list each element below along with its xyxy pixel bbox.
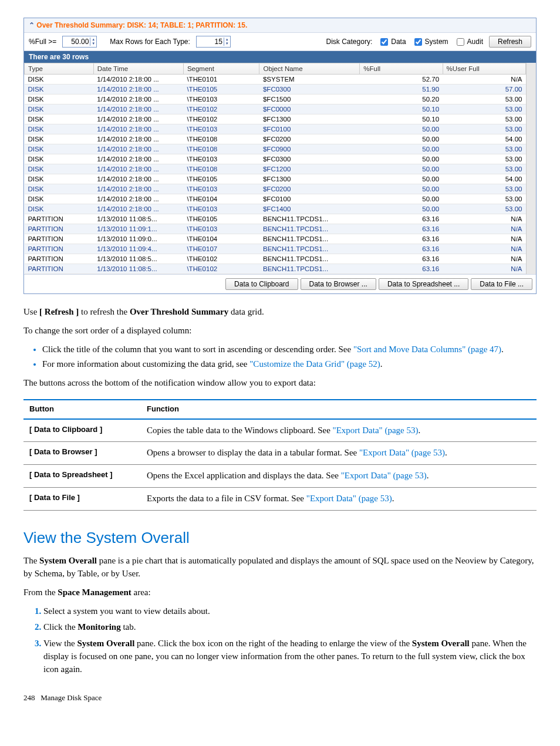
col-datetime[interactable]: Date Time: [93, 63, 183, 75]
table-row[interactable]: DISK1/14/2010 2:18:00 ...\THE0103$FC0100…: [25, 124, 526, 134]
checkbox-data[interactable]: Data: [378, 36, 406, 48]
page-footer: 248 Manage Disk Space: [23, 693, 537, 703]
step-item: Click the Monitoring tab.: [43, 621, 537, 634]
row-count: There are 30 rows: [24, 51, 536, 63]
table-row[interactable]: DISK1/14/2010 2:18:00 ...\THE0103$FC0300…: [25, 154, 526, 164]
maxrows-spinner[interactable]: ▲▼: [196, 36, 231, 48]
col-userfull[interactable]: %User Full: [443, 63, 525, 75]
col-segment[interactable]: Segment: [183, 63, 259, 75]
col-type[interactable]: Type: [25, 63, 94, 75]
up-icon[interactable]: ▲: [224, 38, 230, 42]
table-row[interactable]: DISK1/14/2010 2:18:00 ...\THE0102$FC0000…: [25, 104, 526, 114]
link-export[interactable]: "Export Data" (page 53): [333, 426, 419, 435]
table-row[interactable]: PARTITION1/13/2010 11:09:0...\THE0104BEN…: [25, 234, 526, 244]
body-text: Use [ Refresh ] to refresh the Over Thre…: [23, 306, 537, 676]
maxrows-input[interactable]: [197, 37, 224, 46]
threshold-panel: ⌃ Over Threshold Summary: DISK: 14; TABL…: [23, 18, 537, 294]
toolbar: %Full >= ▲▼ Max Rows for Each Type: ▲▼ D…: [24, 33, 536, 51]
table-row[interactable]: DISK1/14/2010 2:18:00 ...\THE0103$FC1500…: [25, 94, 526, 104]
table-row[interactable]: DISK1/14/2010 2:18:00 ...\THE0105$FC1300…: [25, 174, 526, 184]
scrollbar[interactable]: [526, 63, 536, 274]
list-item: For more information about customizing t…: [42, 358, 537, 371]
table-row[interactable]: PARTITION1/13/2010 11:08:5...\THE0102BEN…: [25, 254, 526, 264]
step-item: Select a system you want to view details…: [43, 605, 537, 618]
table-row: [ Data to Spreadsheet ]Opens the Excel a…: [23, 465, 537, 488]
table-row[interactable]: DISK1/14/2010 2:18:00 ...\THE0108$FC0200…: [25, 134, 526, 144]
full-label: %Full >=: [29, 38, 56, 46]
table-row[interactable]: DISK1/14/2010 2:18:00 ...\THE0105$FC0300…: [25, 85, 526, 94]
table-row[interactable]: DISK1/14/2010 2:18:00 ...\THE0102$FC1300…: [25, 114, 526, 124]
link-export[interactable]: "Export Data" (page 53): [306, 494, 392, 503]
link-export[interactable]: "Export Data" (page 53): [341, 471, 427, 480]
full-input[interactable]: [63, 37, 90, 46]
panel-title: Over Threshold Summary: DISK: 14; TABLE:…: [36, 21, 247, 29]
table-row[interactable]: PARTITION1/13/2010 11:09:4...\THE0107BEN…: [25, 244, 526, 254]
data-to-clipboard-button[interactable]: Data to Clipboard: [225, 278, 298, 290]
collapse-icon[interactable]: ⌃: [29, 21, 35, 29]
table-row: [ Data to File ]Exports the data to a fi…: [23, 487, 537, 510]
table-row[interactable]: PARTITION1/13/2010 11:08:5...\THE0102BEN…: [25, 264, 526, 274]
category-label: Disk Category:: [326, 38, 373, 46]
table-row[interactable]: PARTITION1/13/2010 11:08:5...\THE0105BEN…: [25, 214, 526, 224]
export-bar: Data to Clipboard Data to Browser ... Da…: [24, 274, 536, 293]
col-full[interactable]: %Full: [360, 63, 443, 75]
step-item: View the System Overall pane. Click the …: [43, 637, 537, 676]
button-function-table: ButtonFunction [ Data to Clipboard ]Copi…: [23, 399, 537, 511]
down-icon[interactable]: ▼: [224, 42, 230, 46]
section-heading: View the System Overall: [23, 527, 537, 549]
list-item: Click the title of the column that you w…: [42, 343, 537, 356]
table-row: [ Data to Browser ]Opens a browser to di…: [23, 442, 537, 465]
table-row: [ Data to Clipboard ]Copies the table da…: [23, 419, 537, 442]
link-customize-grid[interactable]: "Customize the Data Grid" (page 52): [249, 359, 380, 369]
checkbox-audit[interactable]: Audit: [454, 36, 483, 48]
panel-header: ⌃ Over Threshold Summary: DISK: 14; TABL…: [24, 18, 536, 33]
data-to-spreadsheet-button[interactable]: Data to Spreadsheet ...: [379, 278, 468, 290]
data-to-browser-button[interactable]: Data to Browser ...: [301, 278, 376, 290]
full-spinner[interactable]: ▲▼: [62, 36, 97, 48]
table-row[interactable]: DISK1/14/2010 2:18:00 ...\THE0103$FC1400…: [25, 204, 526, 214]
link-sort-columns[interactable]: "Sort and Move Data Columns" (page 47): [353, 345, 501, 354]
link-export[interactable]: "Export Data" (page 53): [359, 448, 445, 457]
table-row[interactable]: DISK1/14/2010 2:18:00 ...\THE0108$FC0900…: [25, 144, 526, 154]
table-row[interactable]: DISK1/14/2010 2:18:00 ...\THE0108$FC1200…: [25, 164, 526, 174]
up-icon[interactable]: ▲: [90, 38, 96, 42]
table-row[interactable]: DISK1/14/2010 2:18:00 ...\THE0103$FC0200…: [25, 184, 526, 194]
refresh-ref: [ Refresh ]: [39, 307, 79, 316]
table-row[interactable]: DISK1/14/2010 2:18:00 ...\THE0101$SYSTEM…: [25, 75, 526, 85]
checkbox-system[interactable]: System: [412, 36, 448, 48]
data-grid: Type Date Time Segment Object Name %Full…: [24, 63, 526, 274]
table-row[interactable]: PARTITION1/13/2010 11:09:1...\THE0103BEN…: [25, 224, 526, 234]
data-to-file-button[interactable]: Data to File ...: [471, 278, 532, 290]
table-row[interactable]: DISK1/14/2010 2:18:00 ...\THE0104$FC0100…: [25, 194, 526, 204]
maxrows-label: Max Rows for Each Type:: [110, 38, 190, 46]
refresh-button[interactable]: Refresh: [489, 36, 531, 48]
col-object[interactable]: Object Name: [259, 63, 360, 75]
down-icon[interactable]: ▼: [90, 42, 96, 46]
